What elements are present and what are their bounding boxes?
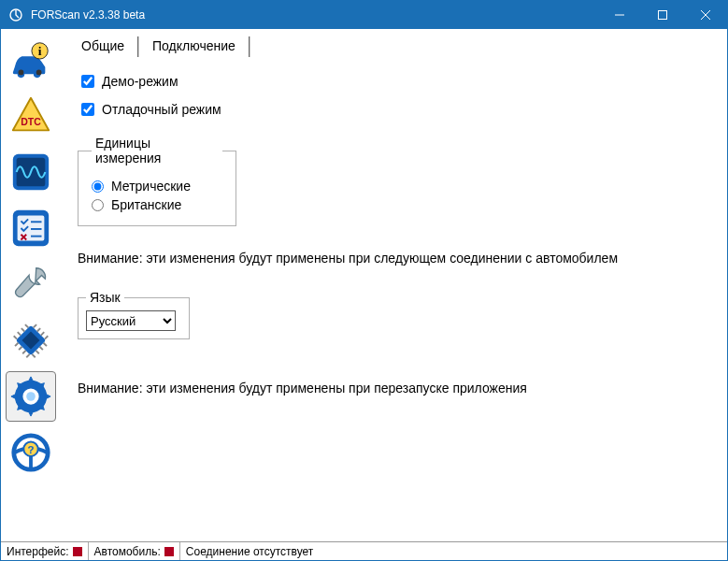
demo-mode-label: Демо-режим: [102, 74, 178, 89]
status-interface-label: Интерфейс:: [7, 545, 69, 558]
status-connection: Соединение отсутствует: [180, 542, 727, 560]
chip-icon: [9, 319, 52, 362]
dtc-warning-icon: DTC: [9, 94, 52, 137]
language-legend: Язык: [86, 290, 124, 305]
titlebar: FORScan v2.3.38 beta: [1, 1, 727, 29]
car-info-icon: i: [9, 38, 52, 81]
units-british-row[interactable]: Британские: [92, 197, 222, 212]
sidebar-item-vehicle-info[interactable]: i: [6, 35, 56, 85]
demo-mode-checkbox[interactable]: [81, 75, 94, 88]
svg-text:?: ?: [27, 444, 34, 455]
units-british-radio[interactable]: [92, 199, 104, 211]
steering-wheel-icon: ?: [9, 431, 52, 474]
units-british-label: Британские: [111, 197, 181, 212]
window: FORScan v2.3.38 beta i: [0, 0, 728, 561]
sidebar-item-dtc[interactable]: DTC: [6, 91, 56, 141]
status-interface-indicator: [73, 547, 82, 556]
demo-mode-row[interactable]: Демо-режим: [81, 74, 716, 89]
svg-text:i: i: [38, 44, 42, 58]
status-vehicle: Автомобиль:: [89, 542, 180, 560]
warning-connection: Внимание: эти изменения будут применены …: [78, 251, 716, 266]
sidebar-item-help[interactable]: ?: [6, 427, 56, 478]
checklist-icon: [9, 207, 52, 250]
svg-point-2: [19, 70, 24, 76]
debug-mode-row[interactable]: Отладочный режим: [81, 102, 716, 117]
units-fieldset: Единицы измерения Метрические Британские: [78, 136, 236, 226]
statusbar: Интерфейс: Автомобиль: Соединение отсутс…: [1, 541, 727, 560]
svg-text:DTC: DTC: [21, 116, 41, 127]
svg-point-3: [36, 70, 42, 76]
units-metric-row[interactable]: Метрические: [92, 179, 222, 194]
language-select[interactable]: Русский: [86, 310, 176, 331]
status-vehicle-indicator: [164, 547, 174, 556]
sidebar-item-config[interactable]: [6, 315, 56, 366]
svg-rect-1: [659, 11, 667, 20]
tab-divider: [249, 36, 250, 57]
status-interface: Интерфейс:: [1, 542, 89, 560]
window-controls: [598, 1, 727, 29]
units-metric-label: Метрические: [111, 179, 191, 194]
units-metric-radio[interactable]: [92, 180, 104, 193]
tab-connection[interactable]: Подключение: [149, 36, 239, 57]
gear-icon: [9, 375, 52, 418]
tab-general[interactable]: Общие: [78, 36, 128, 57]
minimize-button[interactable]: [598, 1, 641, 29]
language-fieldset: Язык Русский: [78, 290, 190, 339]
status-vehicle-label: Автомобиль:: [94, 545, 161, 558]
app-icon: [8, 7, 23, 22]
debug-mode-checkbox[interactable]: [81, 103, 94, 116]
sidebar-item-service[interactable]: [6, 259, 56, 309]
debug-mode-label: Отладочный режим: [102, 102, 221, 117]
tab-divider: [137, 36, 139, 57]
sidebar-item-settings[interactable]: [6, 371, 56, 422]
client-area: i DTC: [1, 29, 727, 541]
svg-point-15: [26, 392, 36, 401]
oscilloscope-icon: [9, 151, 52, 194]
warning-restart: Внимание: эти изменения будут применены …: [78, 381, 716, 396]
sidebar-item-live-data[interactable]: [6, 147, 56, 197]
main-panel: Общие Подключение Демо-режим Отладочный …: [61, 29, 727, 541]
sidebar: i DTC: [1, 29, 61, 541]
window-title: FORScan v2.3.38 beta: [31, 8, 598, 22]
status-connection-text: Соединение отсутствует: [186, 545, 313, 558]
close-button[interactable]: [684, 1, 727, 29]
units-legend: Единицы измерения: [92, 136, 222, 165]
maximize-button[interactable]: [641, 1, 684, 29]
tabs: Общие Подключение: [78, 36, 716, 57]
sidebar-item-tests[interactable]: [6, 203, 56, 253]
wrench-icon: [9, 263, 52, 306]
